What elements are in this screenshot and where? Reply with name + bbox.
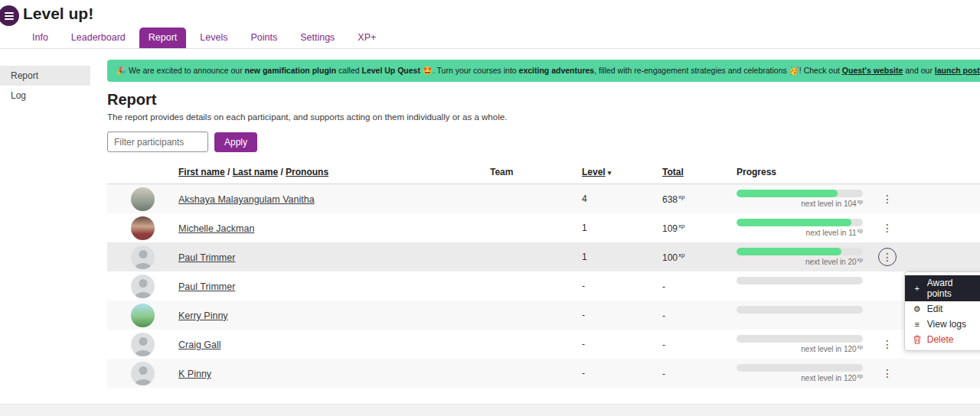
progress-bar [737,335,863,343]
table-row: Kerry Pinny - - [107,301,980,330]
party-popper-icon: 🎉 [116,66,126,75]
avatar[interactable] [131,187,155,211]
launch-post-link[interactable]: launch post here [935,66,980,75]
tab-xp-plus[interactable]: XP+ [348,28,385,48]
participant-name-link[interactable]: Kerry Pinny [178,310,228,321]
avatar[interactable] [131,216,155,240]
tab-bar: Info Leaderboard Report Levels Points Se… [0,28,980,49]
table-row: K Pinny - - next level in 120xp ⋮ [107,359,980,388]
row-actions-kebab-icon[interactable]: ⋮ [878,219,897,237]
hamburger-icon [5,15,14,17]
tab-points[interactable]: Points [241,28,286,48]
announcement-banner: 🎉 We are excited to announce our new gam… [107,60,980,82]
progress-bar [737,277,863,284]
sidebar-item-log[interactable]: Log [0,86,90,106]
total-xp: 109xp [662,223,737,234]
menu-item-edit[interactable]: ⚙ Edit [905,301,980,317]
progress-bar [737,364,863,372]
participant-name-link[interactable]: Paul Trimmer [178,252,235,263]
next-level-text: next level in 120xp [737,373,863,382]
progress-bar [737,219,863,226]
header-team: Team [490,167,582,177]
progress-bar [737,248,863,255]
sort-total-link[interactable]: Total [662,167,684,177]
page-header: Level up! [0,0,980,23]
page-footer-strip [0,404,980,416]
tab-info[interactable]: Info [23,28,57,48]
menu-item-view-logs[interactable]: ≡ View logs [905,317,980,332]
row-actions-kebab-icon[interactable]: ⋮ [878,335,897,353]
participant-name-link[interactable]: Paul Trimmer [178,281,235,292]
next-level-text: next level in 120xp [737,344,863,353]
total-xp: 638xp [662,193,737,205]
participant-name-link[interactable]: K Pinny [178,369,211,379]
row-actions-kebab-icon[interactable]: ⋮ [878,364,897,382]
apply-button[interactable]: Apply [214,132,257,152]
sort-level-link[interactable]: Level [582,167,606,177]
avatar[interactable] [131,275,155,298]
next-level-text: next level in 104xp [737,199,863,208]
plus-icon: + [913,283,922,294]
total-xp: - [662,310,737,321]
announcement-text: 🎉 We are excited to announce our new gam… [116,66,980,75]
gear-icon: ⚙ [913,304,922,314]
sort-first-name-link[interactable]: First name [178,167,225,177]
total-xp: - [662,281,737,292]
table-header-row: First name / Last name / Pronouns Team L… [107,162,980,184]
sort-pronouns-link[interactable]: Pronouns [286,167,328,177]
next-level-text: next level in 20xp [737,257,863,266]
tab-report[interactable]: Report [139,28,187,48]
participant-name-link[interactable]: Craig Gall [178,340,221,350]
page-title: Level up! [23,5,980,23]
avatar[interactable] [131,362,155,385]
list-icon: ≡ [913,319,922,330]
header-progress: Progress [737,167,869,177]
total-xp: 100xp [662,252,737,263]
report-description: The report provides details on each part… [107,112,980,122]
table-row: Paul Trimmer - - [107,271,980,301]
main-content: 🎉 We are excited to announce our new gam… [107,49,980,388]
participant-name-link[interactable]: Michelle Jackman [178,223,254,234]
participant-name-link[interactable]: Akshaya Malayangulam Vanitha [178,194,315,205]
sidebar-item-report[interactable]: Report [0,66,90,86]
avatar[interactable] [131,245,155,269]
tab-levels[interactable]: Levels [191,28,237,48]
total-xp: - [662,339,737,350]
table-row: Michelle Jackman 1 109xp next level in 1… [107,213,980,242]
row-actions-menu: + Award points ⚙ Edit ≡ View logs Delete [904,271,980,351]
table-row: Paul Trimmer 1 100xp next level in 20xp … [107,242,980,271]
tab-settings[interactable]: Settings [291,28,344,48]
filter-participants-input[interactable] [107,132,208,152]
total-xp: - [662,368,737,379]
sidebar: Report Log [0,49,107,388]
quest-website-link[interactable]: Quest's website [842,66,903,75]
next-level-text [737,315,863,324]
progress-bar [737,306,863,314]
row-actions-kebab-icon[interactable]: ⋮ [878,190,897,208]
sort-last-name-link[interactable]: Last name [233,167,278,177]
progress-bar [737,190,863,197]
trash-icon [913,335,922,344]
avatar[interactable] [131,304,155,327]
report-heading: Report [107,91,156,109]
menu-item-award-points[interactable]: + Award points [905,275,980,301]
tab-leaderboard[interactable]: Leaderboard [62,28,135,48]
participants-table: First name / Last name / Pronouns Team L… [107,162,980,388]
table-row: Akshaya Malayangulam Vanitha 4 638xp nex… [107,184,980,213]
table-row: Craig Gall - - next level in 120xp ⋮ [107,330,980,359]
row-actions-kebab-icon[interactable]: ⋮ [878,248,897,266]
menu-item-delete[interactable]: Delete [905,332,980,347]
sort-desc-caret-icon: ▾ [608,169,612,177]
next-level-text: next level in 11xp [737,228,863,237]
next-level-text [737,286,863,295]
avatar[interactable] [131,333,155,356]
